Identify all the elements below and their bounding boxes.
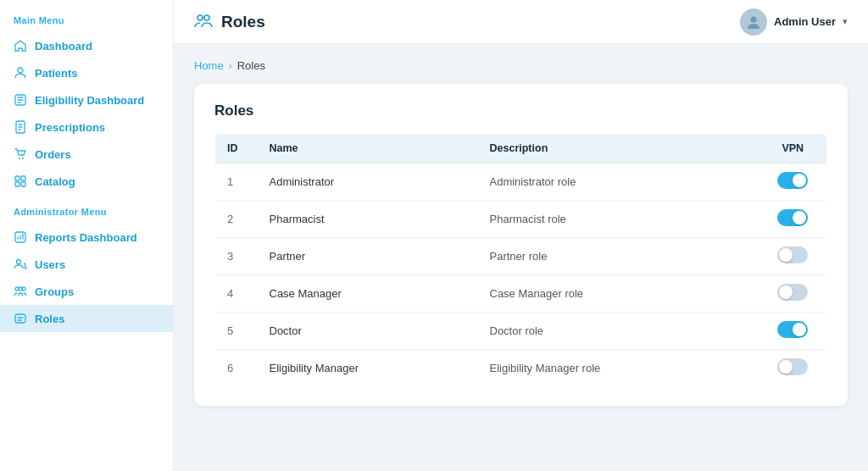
cell-id: 1 bbox=[215, 163, 258, 201]
svg-rect-8 bbox=[21, 182, 25, 186]
cell-name: Administrator bbox=[258, 163, 478, 201]
cell-name: Case Manager bbox=[258, 275, 478, 313]
col-header-description: Description bbox=[478, 134, 760, 163]
roles-card: Roles ID Name Description VPN 1Administr… bbox=[194, 84, 848, 406]
svg-point-4 bbox=[22, 158, 24, 159]
svg-rect-6 bbox=[21, 176, 25, 180]
breadcrumb: Home › Roles bbox=[194, 59, 848, 72]
sidebar: Main Menu Dashboard Patients Eligibility… bbox=[0, 0, 174, 471]
admin-menu-label: Administrator Menu bbox=[0, 207, 173, 224]
table-row: 2PharmacistPharmacist role bbox=[215, 201, 827, 238]
cell-id: 5 bbox=[215, 313, 258, 350]
sidebar-item-roles[interactable]: Roles bbox=[0, 305, 173, 332]
col-header-vpn: VPN bbox=[760, 134, 827, 163]
vpn-toggle[interactable] bbox=[777, 209, 808, 226]
sidebar-item-prescriptions[interactable]: Prescriptions bbox=[0, 114, 173, 141]
sidebar-item-catalog[interactable]: Catalog bbox=[0, 168, 173, 195]
catalog-icon bbox=[14, 175, 27, 188]
svg-point-3 bbox=[19, 158, 20, 159]
table-row: 4Case ManagerCase Manager role bbox=[215, 275, 827, 313]
groups-icon bbox=[14, 285, 27, 298]
breadcrumb-current: Roles bbox=[237, 59, 265, 72]
svg-point-16 bbox=[204, 15, 209, 20]
cell-name: Eligibility Manager bbox=[258, 350, 478, 387]
cell-vpn bbox=[760, 201, 827, 238]
svg-point-0 bbox=[18, 68, 23, 73]
users-icon bbox=[14, 258, 27, 271]
main-menu-label: Main Menu bbox=[0, 15, 173, 32]
table-row: 1AdministratorAdministrator role bbox=[215, 163, 827, 201]
vpn-toggle[interactable] bbox=[777, 284, 808, 301]
sidebar-item-orders[interactable]: Orders bbox=[0, 141, 173, 168]
cell-vpn bbox=[760, 163, 827, 201]
cell-id: 3 bbox=[215, 238, 258, 275]
svg-point-17 bbox=[751, 16, 757, 22]
sidebar-item-users[interactable]: Users bbox=[0, 251, 173, 278]
vpn-toggle[interactable] bbox=[777, 172, 808, 189]
cell-description: Doctor role bbox=[478, 313, 760, 350]
svg-point-15 bbox=[198, 15, 203, 20]
cell-id: 6 bbox=[215, 350, 258, 387]
reports-icon bbox=[14, 230, 27, 244]
topbar: Roles Admin User ▾ bbox=[174, 0, 868, 44]
breadcrumb-home[interactable]: Home bbox=[194, 59, 224, 72]
cell-description: Case Manager role bbox=[478, 275, 760, 313]
table-row: 5DoctorDoctor role bbox=[215, 313, 827, 350]
sidebar-item-eligibility[interactable]: Eligibility Dashboard bbox=[0, 86, 173, 114]
card-title: Roles bbox=[214, 103, 827, 119]
vpn-toggle[interactable] bbox=[777, 321, 808, 338]
content-area: Home › Roles Roles ID Name Description V… bbox=[174, 44, 868, 471]
cell-description: Administrator role bbox=[478, 163, 760, 201]
orders-icon bbox=[14, 147, 27, 161]
topbar-left: Roles bbox=[194, 11, 265, 32]
roles-table: ID Name Description VPN 1AdministratorAd… bbox=[214, 133, 827, 387]
chevron-down-icon: ▾ bbox=[843, 16, 848, 27]
svg-point-10 bbox=[17, 260, 21, 264]
sidebar-item-dashboard[interactable]: Dashboard bbox=[0, 32, 173, 59]
table-row: 6Eligibility ManagerEligibility Manager … bbox=[215, 350, 827, 387]
sidebar-item-patients[interactable]: Patients bbox=[0, 59, 173, 86]
cell-name: Doctor bbox=[258, 313, 478, 350]
cell-description: Partner role bbox=[478, 238, 760, 275]
cell-id: 4 bbox=[215, 275, 258, 313]
svg-point-13 bbox=[19, 287, 22, 291]
breadcrumb-separator: › bbox=[229, 60, 232, 72]
prescriptions-icon bbox=[14, 120, 27, 134]
sidebar-item-groups[interactable]: Groups bbox=[0, 278, 173, 305]
vpn-toggle[interactable] bbox=[777, 247, 808, 263]
svg-rect-14 bbox=[15, 314, 25, 323]
roles-page-icon bbox=[194, 11, 213, 32]
cell-vpn bbox=[760, 313, 827, 350]
cell-vpn bbox=[760, 275, 827, 313]
sidebar-item-reports[interactable]: Reports Dashboard bbox=[0, 224, 173, 251]
col-header-name: Name bbox=[258, 134, 478, 163]
cell-description: Eligibility Manager role bbox=[478, 350, 760, 387]
cell-vpn bbox=[760, 350, 827, 387]
avatar bbox=[740, 8, 767, 36]
eligibility-icon bbox=[14, 93, 27, 107]
cell-name: Partner bbox=[258, 238, 478, 275]
col-header-id: ID bbox=[215, 134, 258, 163]
vpn-toggle[interactable] bbox=[777, 358, 808, 375]
cell-description: Pharmacist role bbox=[478, 201, 760, 238]
table-row: 3PartnerPartner role bbox=[215, 238, 827, 275]
main-area: Roles Admin User ▾ Home › Roles Roles bbox=[174, 0, 868, 471]
svg-rect-7 bbox=[15, 182, 19, 186]
page-title: Roles bbox=[221, 13, 265, 31]
home-icon bbox=[14, 39, 27, 53]
table-header: ID Name Description VPN bbox=[215, 134, 827, 163]
table-body: 1AdministratorAdministrator role2Pharmac… bbox=[215, 163, 827, 387]
roles-icon bbox=[14, 312, 27, 325]
cell-vpn bbox=[760, 238, 827, 275]
cell-name: Pharmacist bbox=[258, 201, 478, 238]
user-name: Admin User bbox=[774, 15, 836, 28]
patients-icon bbox=[14, 66, 27, 80]
cell-id: 2 bbox=[215, 201, 258, 238]
user-menu[interactable]: Admin User ▾ bbox=[740, 8, 848, 36]
svg-rect-5 bbox=[15, 176, 19, 180]
